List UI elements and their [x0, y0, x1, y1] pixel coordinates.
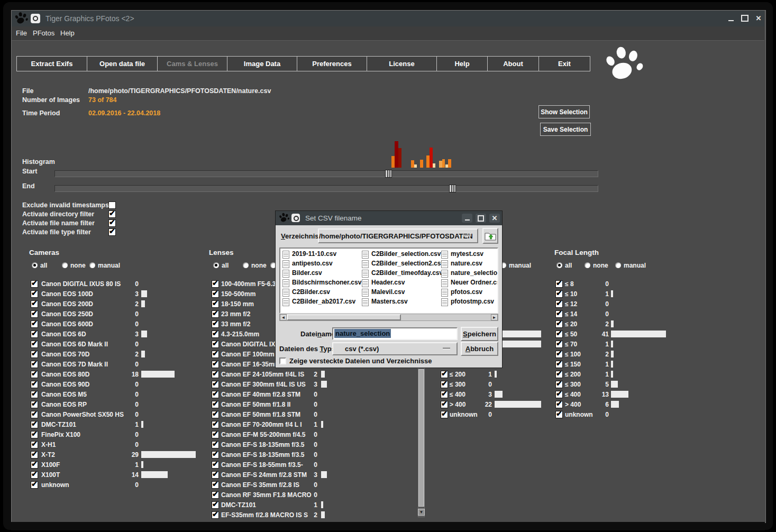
row-checkbox[interactable] [555, 381, 563, 388]
parent-folder-button[interactable] [482, 228, 498, 244]
scroll-right-icon[interactable]: ► [491, 314, 498, 320]
nav-button-license[interactable]: License [367, 56, 437, 71]
dialog-title-bar[interactable]: Set CSV filename ✕ [276, 211, 502, 225]
filetype-dropdown[interactable]: csv (*.csv) [332, 342, 458, 355]
file-list-item[interactable]: Malevil.csv [371, 288, 405, 296]
row-checkbox[interactable] [31, 431, 38, 438]
row-checkbox[interactable] [31, 280, 38, 288]
directory-dropdown[interactable]: /home/photo/TIGERGRAPHICS/PFOTOSDATEN [318, 228, 478, 243]
row-checkbox[interactable] [555, 341, 563, 348]
row-checkbox[interactable] [212, 320, 219, 328]
row-checkbox[interactable] [212, 331, 219, 338]
focal-radio-none[interactable] [585, 262, 590, 268]
file-list-item[interactable]: C2Bilder_selection.csv [371, 250, 441, 258]
save-button[interactable]: Speichern [461, 327, 498, 341]
file-list-item[interactable]: Neuer Ordner.cs [451, 279, 497, 286]
row-checkbox[interactable] [212, 401, 219, 408]
row-checkbox[interactable] [31, 461, 38, 469]
focal-radio-manual[interactable] [615, 262, 621, 268]
row-checkbox[interactable] [555, 290, 563, 298]
row-checkbox[interactable] [555, 280, 563, 288]
dialog-minimize-button[interactable] [462, 214, 472, 223]
cancel-button[interactable]: Abbruch [461, 342, 498, 356]
row-checkbox[interactable] [555, 391, 563, 398]
row-checkbox[interactable] [555, 300, 563, 308]
file-list-item[interactable]: antipesto.csv [292, 260, 333, 267]
nav-button-extract-exifs[interactable]: Extract Exifs [16, 56, 87, 71]
start-slider-track[interactable] [54, 170, 598, 177]
row-checkbox[interactable] [31, 320, 38, 328]
file-list-item[interactable]: pfotostmp.csv [451, 298, 494, 305]
save-selection-button[interactable]: Save Selection [540, 123, 591, 136]
close-button[interactable]: ✕ [753, 14, 764, 23]
end-slider-handle[interactable] [449, 185, 456, 192]
lenses-radio-none[interactable] [243, 262, 249, 268]
nav-button-image-data[interactable]: Image Data [227, 56, 297, 71]
row-checkbox[interactable] [31, 451, 38, 458]
row-checkbox[interactable] [555, 371, 563, 378]
row-checkbox[interactable] [212, 501, 219, 509]
row-checkbox[interactable] [31, 481, 38, 489]
file-list-hscrollbar[interactable]: ◄ ► [279, 314, 498, 321]
row-checkbox[interactable] [212, 280, 219, 288]
file-list-item[interactable]: nature.csv [451, 260, 482, 267]
row-checkbox[interactable] [555, 361, 563, 368]
row-checkbox[interactable] [31, 421, 38, 428]
filter-option-checkbox[interactable] [108, 228, 116, 236]
row-checkbox[interactable] [212, 481, 219, 489]
file-list-item[interactable]: mytest.csv [451, 250, 483, 258]
row-checkbox[interactable] [31, 391, 38, 398]
menu-help[interactable]: Help [60, 29, 75, 37]
start-slider-handle[interactable] [385, 170, 392, 178]
row-checkbox[interactable] [212, 451, 219, 458]
row-checkbox[interactable] [212, 421, 219, 428]
row-checkbox[interactable] [212, 361, 219, 368]
row-checkbox[interactable] [212, 310, 219, 318]
show-selection-button[interactable]: Show Selection [538, 105, 590, 118]
row-checkbox[interactable] [555, 401, 563, 408]
lenses-scrollbar-down-icon[interactable]: ▼ [418, 509, 425, 516]
row-checkbox[interactable] [31, 381, 38, 388]
nav-button-exit[interactable]: Exit [538, 56, 590, 71]
row-checkbox[interactable] [31, 361, 38, 368]
row-checkbox[interactable] [31, 371, 38, 378]
row-checkbox[interactable] [212, 391, 219, 398]
row-checkbox[interactable] [441, 411, 448, 418]
row-checkbox[interactable] [212, 381, 219, 388]
filter-option-checkbox[interactable] [108, 219, 116, 227]
row-checkbox[interactable] [555, 331, 563, 338]
file-list-item[interactable]: C2Bilder_ab2017.csv [292, 298, 355, 305]
row-checkbox[interactable] [441, 391, 448, 398]
show-hidden-files-checkbox[interactable] [279, 357, 286, 364]
cameras-radio-all[interactable] [32, 262, 38, 268]
row-checkbox[interactable] [555, 411, 563, 418]
filter-option-checkbox[interactable] [108, 201, 116, 209]
row-checkbox[interactable] [555, 310, 563, 318]
row-checkbox[interactable] [31, 351, 38, 358]
scroll-left-icon[interactable]: ◄ [280, 314, 287, 320]
row-checkbox[interactable] [212, 300, 219, 308]
cameras-radio-manual[interactable] [89, 262, 95, 268]
row-checkbox[interactable] [212, 511, 219, 519]
maximize-button[interactable] [740, 14, 750, 23]
file-list-item[interactable]: nature_selection [451, 269, 497, 277]
row-checkbox[interactable] [212, 491, 219, 499]
file-list[interactable]: 2019-11-10.csvantipesto.csvBilder.csvBil… [279, 247, 498, 314]
lenses-scrollbar-thumb[interactable] [418, 369, 424, 507]
row-checkbox[interactable] [441, 371, 448, 378]
row-checkbox[interactable] [31, 290, 38, 298]
title-bar[interactable]: Tiger Graphics PFotos <2> ✕ [12, 11, 764, 26]
row-checkbox[interactable] [212, 290, 219, 298]
row-checkbox[interactable] [441, 401, 448, 408]
nav-button-about[interactable]: About [487, 56, 539, 71]
hscrollbar-thumb[interactable] [287, 314, 401, 320]
row-checkbox[interactable] [212, 431, 219, 438]
menu-file[interactable]: File [16, 29, 27, 37]
row-checkbox[interactable] [212, 471, 219, 479]
cameras-radio-none[interactable] [62, 262, 68, 268]
file-list-item[interactable]: C2Bilder_timeofday.csv [371, 269, 443, 277]
row-checkbox[interactable] [31, 471, 38, 479]
row-checkbox[interactable] [31, 300, 38, 308]
file-list-item[interactable]: 2019-11-10.csv [292, 250, 336, 258]
nav-button-help[interactable]: Help [436, 56, 488, 71]
